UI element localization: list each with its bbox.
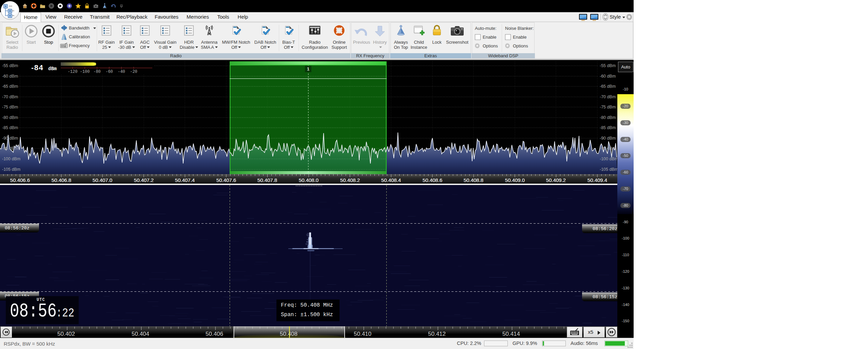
svg-text:50.402: 50.402 — [57, 331, 75, 337]
svg-text:-100: -100 — [80, 69, 90, 74]
svg-text:-105 dBm: -105 dBm — [2, 167, 20, 172]
svg-text:-80 dBm: -80 dBm — [2, 115, 18, 120]
svg-text:50.409.4: 50.409.4 — [587, 177, 607, 183]
svg-text:50.408.4: 50.408.4 — [381, 177, 401, 183]
svg-text:50.410: 50.410 — [354, 331, 371, 337]
svg-text:50.406.8: 50.406.8 — [52, 177, 71, 183]
svg-text:50.407.6: 50.407.6 — [216, 177, 236, 183]
svg-text:-60 dBm: -60 dBm — [2, 74, 18, 79]
svg-text:50.408.0: 50.408.0 — [299, 177, 319, 183]
svg-text:50.406.6: 50.406.6 — [10, 177, 30, 183]
svg-text:-85 dBm: -85 dBm — [600, 125, 616, 130]
svg-text:1: 1 — [307, 66, 309, 71]
svg-text:-75 dBm: -75 dBm — [600, 105, 616, 109]
svg-text:50.408.2: 50.408.2 — [340, 177, 360, 183]
svg-text:-100 dBm: -100 dBm — [600, 157, 617, 161]
svg-text:50.404: 50.404 — [132, 331, 149, 337]
svg-text:-80 dBm: -80 dBm — [600, 115, 616, 120]
svg-text:-85 dBm: -85 dBm — [2, 125, 18, 130]
svg-text:50.412: 50.412 — [428, 331, 446, 337]
svg-text:-55 dBm: -55 dBm — [2, 63, 18, 68]
svg-text:50.406: 50.406 — [206, 331, 223, 337]
svg-text:-100 dBm: -100 dBm — [2, 157, 20, 161]
svg-text:50.407.0: 50.407.0 — [93, 177, 112, 183]
svg-text:-60: -60 — [105, 69, 113, 74]
svg-text:-65 dBm: -65 dBm — [600, 84, 616, 89]
svg-text:-55 dBm: -55 dBm — [600, 63, 616, 68]
svg-text:50.407.2: 50.407.2 — [134, 177, 154, 183]
svg-text:-120: -120 — [68, 69, 78, 74]
svg-text:50.408.6: 50.408.6 — [423, 177, 442, 183]
svg-text:-84: -84 — [31, 63, 43, 72]
svg-text:-105 dBm: -105 dBm — [600, 167, 617, 172]
svg-text:50.409.2: 50.409.2 — [546, 177, 566, 183]
svg-text:50.414: 50.414 — [502, 331, 520, 337]
svg-text:50.409.0: 50.409.0 — [505, 177, 525, 183]
svg-text:-20: -20 — [130, 69, 137, 74]
svg-text:dBm: dBm — [48, 66, 57, 71]
svg-text:-60 dBm: -60 dBm — [600, 74, 616, 79]
svg-text:-95 dBm: -95 dBm — [2, 146, 18, 151]
svg-text:-70 dBm: -70 dBm — [600, 95, 616, 99]
svg-text:50.407.4: 50.407.4 — [175, 177, 195, 183]
svg-text:-90 dBm: -90 dBm — [2, 136, 18, 141]
svg-text:-70 dBm: -70 dBm — [2, 95, 18, 99]
svg-text:-40: -40 — [118, 69, 125, 74]
svg-text:50.407.8: 50.407.8 — [257, 177, 277, 183]
svg-text:50.408: 50.408 — [280, 331, 297, 337]
svg-text:50.408.8: 50.408.8 — [464, 177, 483, 183]
svg-text:-75 dBm: -75 dBm — [2, 105, 18, 109]
svg-text:-95 dBm: -95 dBm — [600, 146, 616, 151]
svg-text:-90 dBm: -90 dBm — [600, 136, 616, 141]
svg-text:-65 dBm: -65 dBm — [2, 84, 18, 89]
svg-text:-80: -80 — [93, 69, 101, 74]
